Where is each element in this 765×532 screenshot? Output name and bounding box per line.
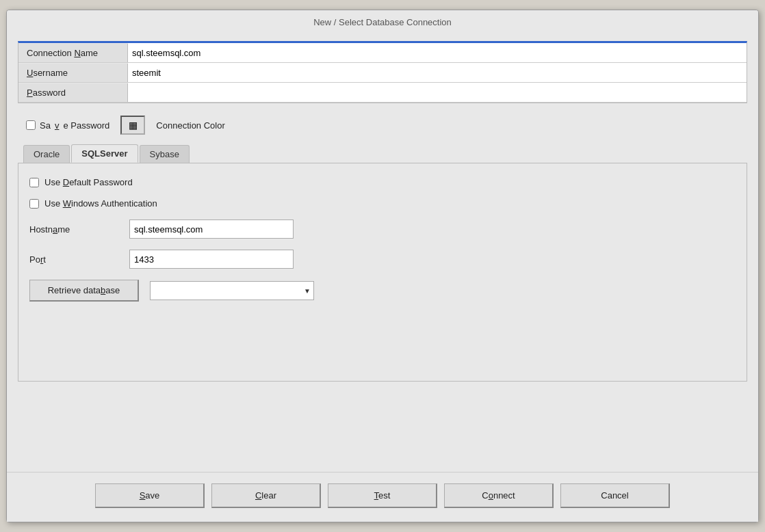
username-input[interactable]: steemit [128,63,747,82]
dialog-body: Connection Name sql.steemsql.com Usernam… [7,33,758,472]
top-form-section: Connection Name sql.steemsql.com Usernam… [18,41,747,103]
save-button[interactable]: Save [95,483,205,508]
use-windows-auth-row: Use Windows Authentication [29,198,736,209]
color-picker-button[interactable]: ▦ [120,116,145,135]
tab-content-sqlserver: Use Default Password Use Windows Authent… [18,163,747,382]
tab-bar: Oracle SQLServer Sybase [18,144,747,163]
port-row: Port [29,250,736,269]
retrieve-database-button[interactable]: Retrieve database [29,280,139,302]
use-windows-auth-checkbox[interactable] [29,199,39,209]
username-label: Username [18,64,128,82]
clear-button[interactable]: Clear [211,483,321,508]
port-label: Port [29,254,118,265]
test-button[interactable]: Test [328,483,437,508]
use-default-password-row: Use Default Password [29,177,736,187]
password-label: Password [18,83,128,102]
connection-name-input[interactable]: sql.steemsql.com [128,43,747,62]
cancel-button[interactable]: Cancel [560,483,670,508]
dialog-window: New / Select Database Connection Connect… [6,10,759,522]
options-row: Save Password ▦ Connection Color [18,109,747,142]
use-default-password-label: Use Default Password [44,177,133,187]
hostname-input[interactable] [129,220,294,239]
retrieve-row: Retrieve database ▼ [29,280,736,302]
database-dropdown[interactable]: ▼ [150,281,314,300]
connection-name-label: Connection Name [18,44,128,62]
tab-sqlserver[interactable]: SQLServer [71,144,138,163]
dropdown-arrow-icon: ▼ [304,287,311,295]
use-default-password-checkbox[interactable] [29,178,39,187]
tabs-container: Oracle SQLServer Sybase Use Default Pass… [18,144,747,382]
password-row: Password [18,83,747,103]
dialog-title: New / Select Database Connection [7,10,758,33]
save-password-checkbox-label[interactable]: Save Password [26,120,109,131]
save-password-checkbox[interactable] [26,120,36,130]
dialog-footer: Save Clear Test Connect Cancel [7,472,758,522]
connection-name-row: Connection Name sql.steemsql.com [18,43,747,63]
hostname-row: Hostname [29,220,736,239]
connect-button[interactable]: Connect [444,483,554,508]
password-input[interactable] [128,83,747,102]
tab-oracle[interactable]: Oracle [23,145,70,163]
connection-color-label: Connection Color [156,120,224,131]
hostname-label: Hostname [29,224,118,235]
use-windows-auth-label: Use Windows Authentication [44,198,157,209]
sqlserver-fields: Use Default Password Use Windows Authent… [29,177,736,302]
port-input[interactable] [129,250,294,269]
username-row: Username steemit [18,63,747,83]
tab-sybase[interactable]: Sybase [140,145,190,163]
